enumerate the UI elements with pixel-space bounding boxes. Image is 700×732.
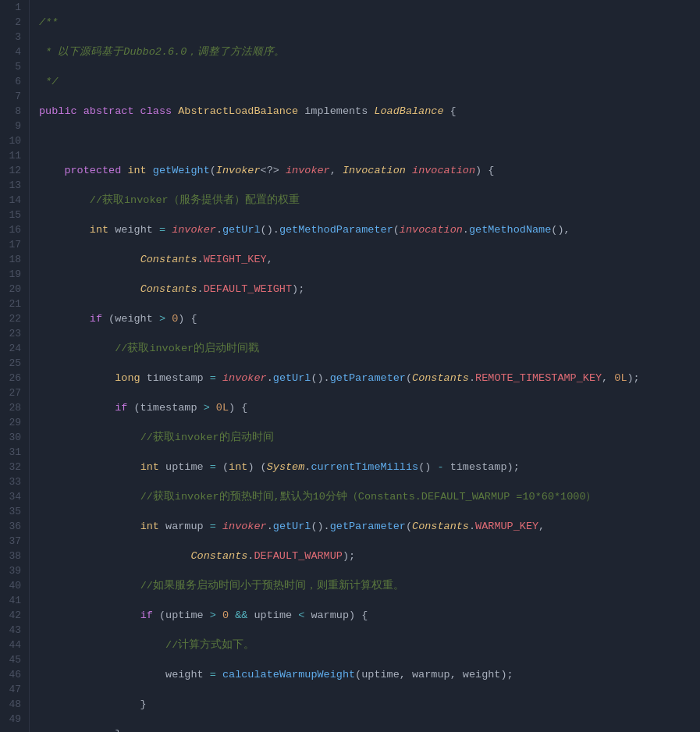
- code-line-10: Constants.DEFAULT_WEIGHT);: [39, 282, 700, 297]
- line-num-36: 36: [8, 519, 21, 534]
- code-line-13: long timestamp = invoker.getUrl().getPar…: [39, 371, 700, 386]
- line-num-9: 9: [8, 119, 21, 133]
- code-line-14: if (timestamp > 0L) {: [39, 400, 700, 415]
- line-num-13: 13: [8, 178, 21, 193]
- line-num-26: 26: [8, 371, 21, 386]
- code-line-15: //获取invoker的启动时间: [39, 430, 700, 445]
- line-numbers: 1 2 3 4 5 6 7 8 9 10 11 12 13 14 15 16 1…: [0, 0, 30, 732]
- line-num-43: 43: [8, 623, 21, 638]
- code-line-21: if (uptime > 0 && uptime < warmup) {: [39, 608, 700, 623]
- line-num-19: 19: [8, 267, 21, 282]
- code-line-3: */: [39, 74, 700, 89]
- code-line-19: Constants.DEFAULT_WARMUP);: [39, 549, 700, 563]
- line-num-11: 11: [8, 148, 21, 163]
- line-num-38: 38: [8, 549, 21, 563]
- line-num-34: 34: [8, 489, 21, 504]
- line-num-15: 15: [8, 208, 21, 222]
- code-line-4: public abstract class AbstractLoadBalanc…: [39, 104, 700, 119]
- line-num-39: 39: [8, 563, 21, 578]
- line-num-6: 6: [8, 74, 21, 89]
- line-num-5: 5: [8, 59, 21, 74]
- line-num-24: 24: [8, 341, 21, 356]
- line-num-44: 44: [8, 638, 21, 652]
- code-line-16: int uptime = (int) (System.currentTimeMi…: [39, 460, 700, 474]
- line-num-12: 12: [8, 163, 21, 178]
- line-num-22: 22: [8, 311, 21, 326]
- line-num-10: 10: [8, 133, 21, 148]
- line-num-42: 42: [8, 608, 21, 623]
- line-num-32: 32: [8, 460, 21, 474]
- line-num-30: 30: [8, 430, 21, 445]
- code-line-2: * 以下源码基于Dubbo2.6.0，调整了方法顺序。: [39, 44, 700, 59]
- line-num-1: 1: [8, 0, 21, 15]
- code-line-12: //获取invoker的启动时间戳: [39, 341, 700, 356]
- line-num-49: 49: [8, 712, 21, 727]
- line-num-7: 7: [8, 89, 21, 104]
- code-line-18: int warmup = invoker.getUrl().getParamet…: [39, 519, 700, 534]
- line-num-33: 33: [8, 474, 21, 489]
- line-num-17: 17: [8, 237, 21, 252]
- line-num-27: 27: [8, 386, 21, 400]
- line-num-40: 40: [8, 578, 21, 593]
- line-num-3: 3: [8, 30, 21, 44]
- code-line-9: Constants.WEIGHT_KEY,: [39, 252, 700, 267]
- line-num-47: 47: [8, 682, 21, 697]
- line-num-2: 2: [8, 15, 21, 30]
- code-line-5: [39, 133, 700, 148]
- code-line-24: }: [39, 697, 700, 712]
- line-num-31: 31: [8, 445, 21, 460]
- code-line-1: /**: [39, 15, 700, 30]
- code-line-20: //如果服务启动时间小于预热时间，则重新计算权重。: [39, 578, 700, 593]
- code-editor: 1 2 3 4 5 6 7 8 9 10 11 12 13 14 15 16 1…: [0, 0, 700, 732]
- code-line-8: int weight = invoker.getUrl().getMethodP…: [39, 222, 700, 237]
- line-num-20: 20: [8, 282, 21, 297]
- line-num-28: 28: [8, 400, 21, 415]
- line-num-16: 16: [8, 222, 21, 237]
- line-num-18: 18: [8, 252, 21, 267]
- line-num-8: 8: [8, 104, 21, 119]
- line-num-14: 14: [8, 193, 21, 208]
- line-num-4: 4: [8, 44, 21, 59]
- code-line-6: protected int getWeight(Invoker<?> invok…: [39, 163, 700, 178]
- line-num-23: 23: [8, 326, 21, 341]
- line-num-45: 45: [8, 652, 21, 667]
- line-num-41: 41: [8, 593, 21, 608]
- line-num-29: 29: [8, 415, 21, 430]
- line-num-21: 21: [8, 297, 21, 311]
- line-num-48: 48: [8, 697, 21, 712]
- code-text: /** * 以下源码基于Dubbo2.6.0，调整了方法顺序。 */ publi…: [30, 0, 700, 732]
- line-num-25: 25: [8, 356, 21, 371]
- code-line-7: //获取invoker（服务提供者）配置的权重: [39, 193, 700, 208]
- line-num-46: 46: [8, 667, 21, 682]
- code-line-17: //获取invoker的预热时间,默认为10分钟（Constants.DEFAU…: [39, 489, 700, 504]
- line-num-35: 35: [8, 504, 21, 519]
- code-line-11: if (weight > 0) {: [39, 311, 700, 326]
- code-line-23: weight = calculateWarmupWeight(uptime, w…: [39, 667, 700, 682]
- code-line-22: //计算方式如下。: [39, 638, 700, 652]
- line-num-37: 37: [8, 534, 21, 549]
- code-line-25: }: [39, 727, 700, 732]
